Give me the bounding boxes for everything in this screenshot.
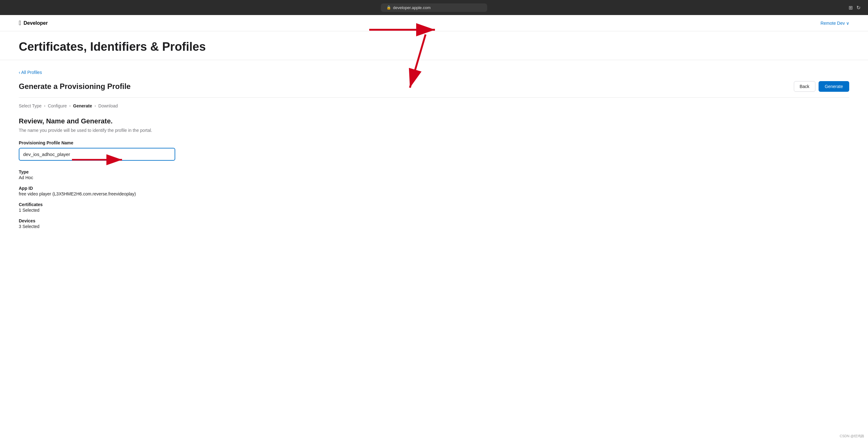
step-download: Download: [98, 104, 118, 108]
form-description: The name you provide will be used to ide…: [19, 128, 849, 133]
certificates-label: Certificates: [19, 202, 849, 207]
remote-dev-label: Remote Dev: [820, 21, 845, 26]
info-app-id: App ID free video player (L3X5HME2H6.com…: [19, 186, 849, 196]
translate-icon[interactable]: ⊞: [848, 5, 852, 11]
brand-label: Developer: [24, 20, 48, 26]
main-content: ‹ All Profiles Generate a Provisioning P…: [0, 60, 868, 244]
profile-name-label: Provisioning Profile Name: [19, 140, 849, 145]
type-value: Ad Hoc: [19, 175, 849, 180]
type-label: Type: [19, 170, 849, 174]
apple-logo[interactable]:  Developer: [19, 20, 48, 27]
section-title: Generate a Provisioning Profile: [19, 82, 130, 91]
form-section: Review, Name and Generate. The name you …: [19, 117, 849, 229]
generate-button[interactable]: Generate: [818, 81, 849, 92]
step-configure: Configure: [48, 104, 67, 108]
nav-right: Remote Dev ∨: [820, 21, 849, 26]
url-text: developer.apple.com: [393, 5, 431, 10]
profile-name-input[interactable]: [19, 148, 175, 161]
step-generate: Generate: [73, 104, 92, 108]
browser-chrome: 🔒 developer.apple.com ⊞ ↻: [0, 0, 868, 15]
info-certificates: Certificates 1 Selected: [19, 202, 849, 213]
info-devices: Devices 3 Selected: [19, 218, 849, 229]
devices-value: 3 Selected: [19, 224, 849, 229]
chevron-2: ›: [69, 104, 71, 108]
certificates-value: 1 Selected: [19, 208, 849, 213]
devices-label: Devices: [19, 218, 849, 223]
info-type: Type Ad Hoc: [19, 170, 849, 180]
form-heading: Review, Name and Generate.: [19, 117, 849, 125]
address-bar[interactable]: 🔒 developer.apple.com: [381, 3, 487, 12]
back-button[interactable]: Back: [794, 81, 815, 92]
refresh-icon[interactable]: ↻: [857, 5, 861, 11]
steps-nav: Select Type › Configure › Generate › Dow…: [19, 104, 849, 108]
page-title: Certificates, Identifiers & Profiles: [19, 40, 849, 54]
section-header: Generate a Provisioning Profile Back Gen…: [19, 81, 849, 98]
remote-dev-chevron: ∨: [846, 21, 849, 26]
remote-dev-link[interactable]: Remote Dev ∨: [820, 21, 849, 26]
app-id-label: App ID: [19, 186, 849, 191]
all-profiles-link[interactable]: ‹ All Profiles: [19, 70, 42, 75]
top-nav:  Developer Remote Dev ∨: [0, 15, 868, 31]
chevron-1: ›: [44, 104, 45, 108]
action-buttons: Back Generate: [794, 81, 849, 92]
apple-symbol: : [19, 20, 21, 27]
chevron-3: ›: [94, 104, 96, 108]
app-id-value: free video player (L3X5HME2H6.com.revers…: [19, 192, 849, 196]
step-select-type: Select Type: [19, 104, 42, 108]
page-header: Certificates, Identifiers & Profiles: [0, 31, 868, 60]
browser-controls: ⊞ ↻: [848, 5, 861, 11]
lock-icon: 🔒: [386, 5, 391, 10]
